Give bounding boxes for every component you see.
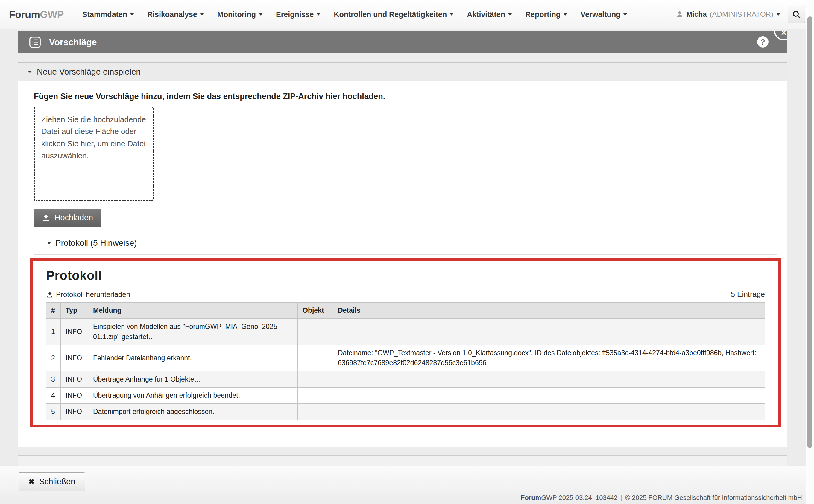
- chevron-down-icon: [563, 13, 567, 16]
- next-panel-partial: [18, 455, 787, 467]
- cell-details: [333, 371, 765, 387]
- file-dropzone[interactable]: Ziehen Sie die hochzuladende Datei auf d…: [34, 107, 154, 201]
- cell-num: 3: [46, 371, 61, 387]
- chevron-down-icon: [47, 242, 51, 244]
- accordion-protokoll-hinweise[interactable]: Protokoll (5 Hinweise): [47, 238, 781, 248]
- close-button-label: Schließen: [39, 477, 75, 486]
- column-header-num: #: [46, 303, 61, 319]
- protocol-download-link[interactable]: Protokoll herunterladen: [46, 290, 130, 299]
- protokoll-toggle-label: Protokoll (5 Hinweise): [55, 238, 137, 248]
- dialog-title: Vorschläge: [49, 37, 97, 47]
- upload-button[interactable]: Hochladen: [34, 209, 101, 227]
- table-row[interactable]: 2 INFO Fehlender Dateianhang erkannt. Da…: [46, 345, 765, 371]
- search-button[interactable]: [788, 6, 805, 23]
- column-header-typ: Typ: [61, 303, 88, 319]
- entries-count: 5 Einträge: [731, 290, 765, 299]
- column-header-meldung: Meldung: [88, 303, 298, 319]
- cell-objekt: [298, 388, 333, 404]
- cell-meldung: Übertrage Anhänge für 1 Objekte…: [88, 371, 298, 387]
- dropzone-text: Ziehen Sie die hochzuladende Datei auf d…: [41, 113, 146, 162]
- cell-meldung: Fehlender Dateianhang erkannt.: [88, 345, 298, 371]
- dialog-footer: ✖ Schließen ForumGWP 2025-03.24_103442|©…: [0, 466, 814, 504]
- cell-typ: INFO: [61, 345, 88, 371]
- cell-typ: INFO: [61, 388, 88, 404]
- app-logo[interactable]: ForumGWP: [9, 9, 64, 20]
- table-header-row: # Typ Meldung Objekt Details: [46, 303, 765, 319]
- upload-button-label: Hochladen: [54, 213, 93, 222]
- chevron-down-icon: [449, 13, 454, 16]
- table-row[interactable]: 1 INFO Einspielen von Modellen aus "Foru…: [46, 319, 765, 345]
- menu-stammdaten[interactable]: Stammdaten: [82, 10, 134, 19]
- protocol-table: # Typ Meldung Objekt Details 1 INFO Eins…: [46, 302, 765, 420]
- upload-instruction: Fügen Sie neue Vorschläge hinzu, indem S…: [34, 92, 781, 101]
- cell-typ: INFO: [61, 404, 88, 420]
- scrollbar-thumb[interactable]: [807, 16, 812, 448]
- menu-reporting[interactable]: Reporting: [525, 10, 567, 19]
- menu-ereignisse[interactable]: Ereignisse: [276, 10, 321, 19]
- table-row[interactable]: 5 INFO Datenimport erfolgreich abgeschlo…: [46, 404, 765, 420]
- search-icon: [792, 10, 801, 19]
- cell-num: 4: [46, 388, 61, 404]
- person-icon: [676, 10, 684, 18]
- top-navbar: ForumGWP Stammdaten Risikoanalyse Monito…: [0, 0, 814, 29]
- scrollbar-track[interactable]: [806, 0, 814, 504]
- help-button[interactable]: ?: [757, 36, 769, 48]
- cell-objekt: [298, 319, 333, 345]
- download-icon: [46, 291, 54, 298]
- dialog-titlebar: Vorschläge ? ✕: [18, 31, 787, 53]
- cell-meldung: Übertragung von Anhängen erfolgreich bee…: [88, 388, 298, 404]
- protocol-highlight-box: Protokoll Protokoll herunterladen 5 Eint…: [30, 258, 781, 427]
- chevron-down-icon: [200, 13, 204, 16]
- column-header-objekt: Objekt: [298, 303, 333, 319]
- cell-details: [333, 404, 765, 420]
- user-menu[interactable]: Micha (ADMINISTRATOR): [676, 10, 780, 19]
- list-icon: [28, 35, 42, 49]
- table-row[interactable]: 3 INFO Übertrage Anhänge für 1 Objekte…: [46, 371, 765, 387]
- chevron-down-icon: [776, 13, 780, 16]
- protocol-download-label: Protokoll herunterladen: [56, 290, 130, 299]
- accordion-label: Neue Vorschläge einspielen: [37, 67, 141, 77]
- user-role: (ADMINISTRATOR): [710, 10, 773, 19]
- cell-objekt: [298, 371, 333, 387]
- menu-aktivitaeten[interactable]: Aktivitäten: [467, 10, 512, 19]
- cell-typ: INFO: [61, 319, 88, 345]
- logo-part-gwp: GWP: [40, 9, 64, 20]
- chevron-down-icon: [259, 13, 263, 16]
- divider: [34, 254, 777, 255]
- logo-part-forum: Forum: [9, 9, 40, 20]
- cell-details: Dateiname: "GWP_Textmaster - Version 1.0…: [333, 345, 765, 371]
- protocol-title: Protokoll: [46, 268, 765, 283]
- accordion-neue-vorschlaege[interactable]: Neue Vorschläge einspielen: [18, 63, 787, 81]
- close-icon: ✖: [28, 478, 34, 486]
- upload-icon: [42, 214, 50, 222]
- menu-monitoring[interactable]: Monitoring: [217, 10, 263, 19]
- cell-num: 5: [46, 404, 61, 420]
- menu-verwaltung[interactable]: Verwaltung: [581, 10, 627, 19]
- dialog-body: Neue Vorschläge einspielen Fügen Sie neu…: [18, 62, 787, 447]
- chevron-down-icon: [130, 13, 134, 16]
- question-icon: ?: [760, 37, 765, 47]
- cell-num: 1: [46, 319, 61, 345]
- cell-details: [333, 319, 765, 345]
- cell-meldung: Einspielen von Modellen aus "ForumGWP_MI…: [88, 319, 298, 345]
- menu-risikoanalyse[interactable]: Risikoanalyse: [147, 10, 204, 19]
- table-row[interactable]: 4 INFO Übertragung von Anhängen erfolgre…: [46, 388, 765, 404]
- cell-meldung: Datenimport erfolgreich abgeschlossen.: [88, 404, 298, 420]
- cell-typ: INFO: [61, 371, 88, 387]
- chevron-down-icon: [316, 13, 321, 16]
- column-header-details: Details: [333, 303, 765, 319]
- chevron-down-icon: [28, 71, 32, 73]
- cell-objekt: [298, 404, 333, 420]
- dialog-close-button[interactable]: ✕: [774, 31, 787, 40]
- close-icon: ✕: [780, 31, 787, 37]
- menu-kontrollen-und-regeltaetigkeiten[interactable]: Kontrollen und Regeltätigkeiten: [334, 10, 454, 19]
- main-menu: Stammdaten Risikoanalyse Monitoring Erei…: [82, 10, 627, 19]
- chevron-down-icon: [508, 13, 512, 16]
- chevron-down-icon: [623, 13, 627, 16]
- cell-details: [333, 388, 765, 404]
- user-name: Micha: [687, 10, 707, 19]
- upload-section-content: Fügen Sie neue Vorschläge hinzu, indem S…: [18, 81, 787, 436]
- cell-num: 2: [46, 345, 61, 371]
- app-version-line: ForumGWP 2025-03.24_103442|© 2025 FORUM …: [521, 494, 802, 502]
- close-dialog-button[interactable]: ✖ Schließen: [19, 472, 85, 491]
